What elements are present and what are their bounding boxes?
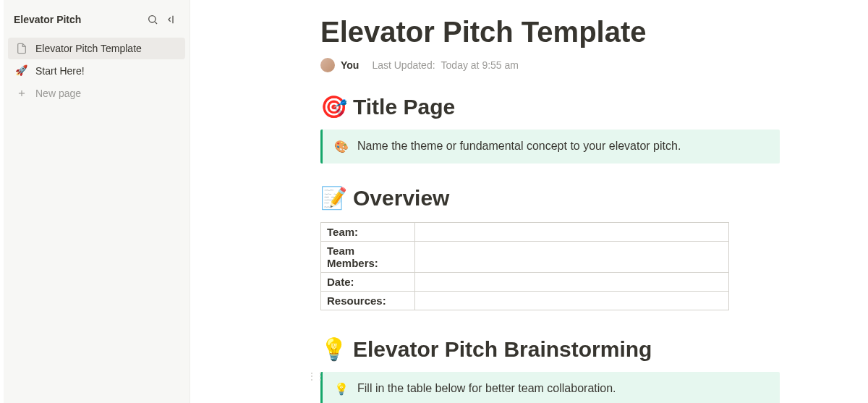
new-page-label: New page bbox=[35, 88, 81, 99]
table-cell-value[interactable] bbox=[415, 223, 729, 242]
heading-text: Elevator Pitch Brainstorming bbox=[353, 337, 652, 362]
main-content: Elevator Pitch Template You Last Updated… bbox=[190, 0, 868, 403]
heading-brainstorm[interactable]: 💡 Elevator Pitch Brainstorming bbox=[320, 336, 798, 362]
sidebar-item-label: Elevator Pitch Template bbox=[35, 43, 142, 54]
table-cell-value[interactable] bbox=[415, 292, 729, 310]
bulb-icon: 💡 bbox=[320, 336, 347, 362]
svg-line-1 bbox=[155, 22, 157, 24]
plus-icon bbox=[15, 87, 28, 100]
sidebar: Elevator Pitch Elevator Pitch Template 🚀… bbox=[4, 0, 190, 403]
rocket-icon: 🚀 bbox=[15, 64, 28, 77]
table-cell-label[interactable]: Team: bbox=[321, 223, 415, 242]
table-cell-label[interactable]: Team Members: bbox=[321, 242, 415, 273]
target-icon: 🎯 bbox=[320, 94, 347, 119]
callout-text: Fill in the table below for better team … bbox=[357, 382, 616, 396]
last-updated-value: Today at 9:55 am bbox=[441, 59, 519, 71]
sidebar-item-template[interactable]: Elevator Pitch Template bbox=[8, 38, 185, 59]
table-row: Resources: bbox=[321, 292, 729, 310]
page-meta: You Last Updated: Today at 9:55 am bbox=[320, 58, 798, 72]
table-cell-label[interactable]: Resources: bbox=[321, 292, 415, 310]
memo-icon: 📝 bbox=[320, 185, 347, 211]
page-title[interactable]: Elevator Pitch Template bbox=[320, 14, 798, 49]
workspace-title[interactable]: Elevator Pitch bbox=[14, 14, 145, 25]
table-cell-value[interactable] bbox=[415, 273, 729, 292]
author-name[interactable]: You bbox=[341, 59, 359, 71]
palette-icon: 🎨 bbox=[334, 140, 349, 153]
sidebar-item-start[interactable]: 🚀 Start Here! bbox=[8, 60, 185, 82]
drag-handle-icon[interactable]: ⋮⋮ bbox=[307, 371, 325, 381]
heading-overview[interactable]: 📝Overview bbox=[320, 185, 798, 211]
heading-text: Overview bbox=[353, 186, 449, 211]
table-row: Date: bbox=[321, 273, 729, 292]
sidebar-nav: Elevator Pitch Template 🚀 Start Here! Ne… bbox=[4, 38, 190, 104]
table-row: Team: bbox=[321, 223, 729, 242]
heading-text: Title Page bbox=[353, 95, 455, 119]
callout-brainstorm[interactable]: 💡 Fill in the table below for better tea… bbox=[320, 372, 780, 403]
new-page-button[interactable]: New page bbox=[8, 82, 185, 104]
heading-title-page[interactable]: 🎯 Title Page bbox=[320, 94, 798, 119]
avatar[interactable] bbox=[320, 58, 335, 72]
last-updated-label: Last Updated: bbox=[372, 59, 435, 71]
search-icon[interactable] bbox=[145, 12, 161, 27]
table-cell-value[interactable] bbox=[415, 242, 729, 273]
table-cell-label[interactable]: Date: bbox=[321, 273, 415, 292]
callout-title-page[interactable]: 🎨 Name the theme or fundamental concept … bbox=[320, 130, 780, 164]
sidebar-header: Elevator Pitch bbox=[4, 7, 190, 38]
sidebar-item-label: Start Here! bbox=[35, 65, 85, 77]
collapse-sidebar-icon[interactable] bbox=[163, 12, 179, 27]
overview-table[interactable]: Team: Team Members: Date: Resources: bbox=[320, 222, 729, 310]
callout-text: Name the theme or fundamental concept to… bbox=[357, 140, 681, 153]
document-icon bbox=[15, 42, 28, 55]
svg-point-0 bbox=[149, 16, 156, 22]
bulb-icon: 💡 bbox=[334, 382, 349, 396]
table-row: Team Members: bbox=[321, 242, 729, 273]
